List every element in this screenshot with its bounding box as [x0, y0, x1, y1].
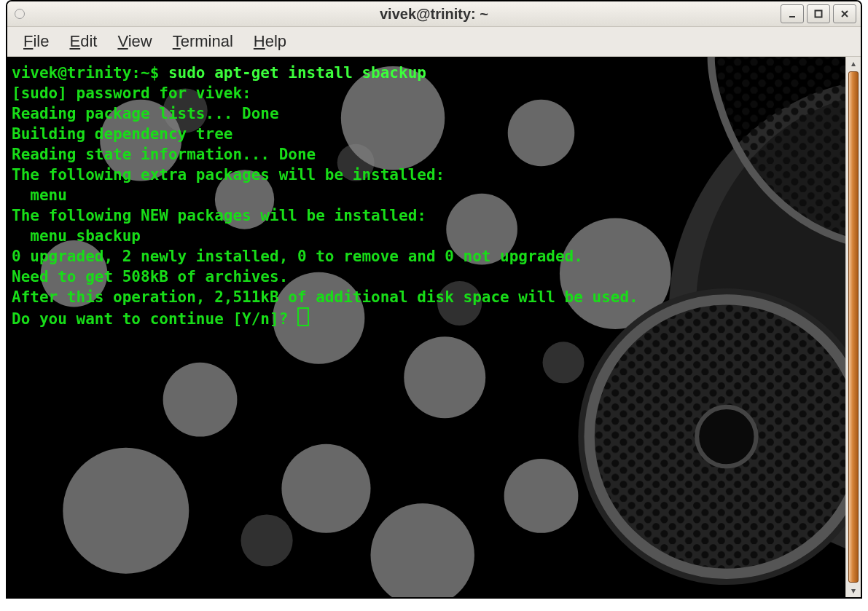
menu-file-rest: ile [33, 32, 49, 50]
scrollbar-track[interactable] [848, 71, 859, 583]
output-line-5: menu [12, 186, 67, 204]
terminal-area: vivek@trinity:~$ sudo apt-get install sb… [7, 57, 861, 597]
output-line-11: Do you want to continue [Y/n]? [12, 310, 297, 328]
menu-help-rest: elp [265, 32, 286, 50]
minimize-button[interactable] [781, 4, 804, 23]
output-line-0: [sudo] password for vivek: [12, 84, 251, 102]
menu-terminal[interactable]: Terminal [173, 32, 233, 51]
titlebar-right-controls [781, 4, 856, 23]
close-button[interactable] [833, 4, 856, 23]
prompt-command: sudo apt-get install sbackup [168, 64, 426, 82]
output-line-9: Need to get 508kB of archives. [12, 268, 288, 285]
menu-edit-rest: dit [80, 32, 97, 50]
output-line-10: After this operation, 2,511kB of additio… [12, 288, 638, 306]
prompt-user-host-path: vivek@trinity:~$ [12, 64, 168, 82]
svg-rect-1 [816, 11, 822, 17]
window-title: vivek@trinity: ~ [7, 6, 861, 23]
titlebar-left-controls [15, 9, 25, 19]
window-menu-icon[interactable] [15, 9, 25, 19]
close-icon [840, 9, 850, 19]
terminal-output[interactable]: vivek@trinity:~$ sudo apt-get install sb… [7, 57, 845, 597]
menu-file[interactable]: File [23, 32, 49, 51]
output-line-6: The following NEW packages will be insta… [12, 207, 426, 224]
menubar: File Edit View Terminal Help [7, 27, 861, 57]
menu-view[interactable]: View [117, 32, 152, 51]
output-line-2: Building dependency tree [12, 125, 232, 143]
maximize-button[interactable] [807, 4, 830, 23]
menu-terminal-rest: erminal [181, 32, 233, 50]
scroll-up-arrow-icon[interactable]: ▴ [847, 57, 860, 70]
titlebar: vivek@trinity: ~ [7, 1, 861, 27]
scrollbar-thumb[interactable] [848, 71, 859, 583]
output-line-3: Reading state information... Done [12, 146, 316, 163]
maximize-icon [813, 9, 824, 19]
output-line-4: The following extra packages will be ins… [12, 166, 445, 184]
output-line-1: Reading package lists... Done [12, 105, 279, 122]
menu-view-rest: iew [128, 32, 152, 50]
terminal-cursor [297, 307, 309, 326]
output-line-7: menu sbackup [12, 227, 141, 245]
scroll-down-arrow-icon[interactable]: ▾ [847, 584, 860, 597]
minimize-icon [787, 9, 797, 19]
menu-edit[interactable]: Edit [69, 32, 97, 51]
terminal-window: vivek@trinity: ~ File Edit View Terminal… [6, 0, 862, 599]
menu-help[interactable]: Help [254, 32, 286, 51]
output-line-8: 0 upgraded, 2 newly installed, 0 to remo… [12, 248, 583, 265]
vertical-scrollbar[interactable]: ▴ ▾ [845, 57, 861, 597]
